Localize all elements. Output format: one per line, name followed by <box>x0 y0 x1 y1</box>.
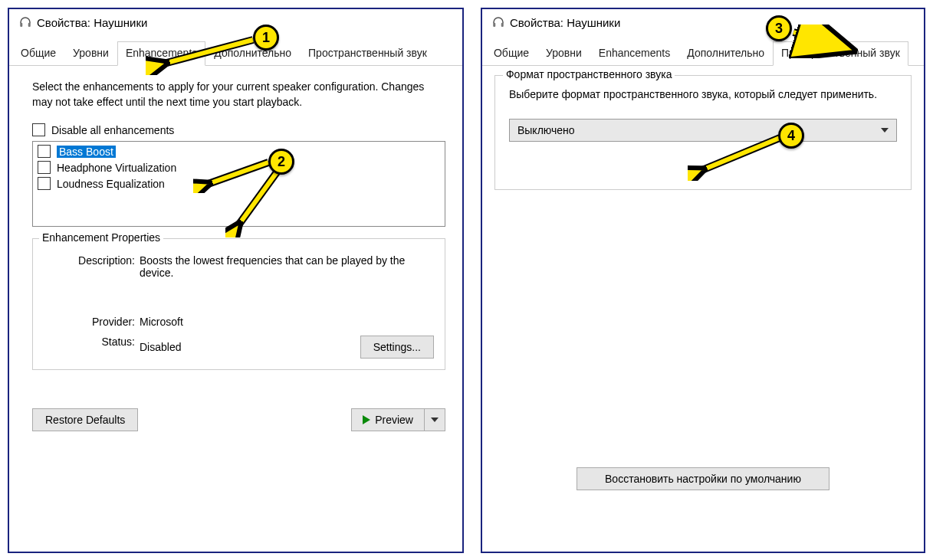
tab-spatial[interactable]: Пространственный звук <box>300 41 435 66</box>
annotation-marker-2: 2 <box>268 149 294 175</box>
window-title-right: Свойства: Наушники <box>510 16 620 29</box>
loudness-eq-checkbox[interactable] <box>38 177 51 190</box>
preview-label: Preview <box>375 414 413 426</box>
desc-label: Description: <box>44 254 140 279</box>
window-title-left: Свойства: Наушники <box>37 16 147 29</box>
chevron-down-icon <box>431 418 439 422</box>
tab-enhancements[interactable]: Enhancements <box>117 41 205 66</box>
tab-enhancements-r[interactable]: Enhancements <box>590 41 678 66</box>
preview-dropdown[interactable] <box>425 408 445 431</box>
desc-value: Boosts the lowest frequencies that can b… <box>140 254 434 279</box>
svg-rect-1 <box>28 23 31 27</box>
tab-levels-r[interactable]: Уровни <box>537 41 590 66</box>
disable-all-checkbox[interactable] <box>32 123 45 136</box>
enh-headphone-virtualization[interactable]: Headphone Virtualization <box>34 159 443 175</box>
dropdown-value: Выключено <box>517 124 575 136</box>
headphones-icon <box>491 15 505 29</box>
settings-button[interactable]: Settings... <box>360 336 434 359</box>
disable-all-label: Disable all enhancements <box>51 124 174 136</box>
tab-levels[interactable]: Уровни <box>64 41 117 66</box>
enhancements-description: Select the enhancements to apply for you… <box>32 80 445 110</box>
titlebar-left: Свойства: Наушники <box>9 9 462 37</box>
status-label: Status: <box>44 336 140 359</box>
annotation-marker-3: 3 <box>766 15 792 41</box>
window-spatial: Свойства: Наушники Общие Уровни Enhancem… <box>481 8 925 553</box>
props-legend: Enhancement Properties <box>39 231 163 244</box>
tabs-right: Общие Уровни Enhancements Дополнительно … <box>482 41 924 66</box>
provider-value: Microsoft <box>140 316 434 328</box>
spatial-format-dropdown[interactable]: Выключено <box>509 119 897 142</box>
disable-all-row[interactable]: Disable all enhancements <box>32 123 445 136</box>
status-value: Disabled <box>140 341 181 353</box>
enhancements-list: Bass Boost Headphone Virtualization Loud… <box>32 141 445 227</box>
content-left: Select the enhancements to apply for you… <box>9 66 462 445</box>
enh-label: Loudness Equalization <box>57 178 165 190</box>
tab-spatial-r[interactable]: Пространственный звук <box>773 41 908 66</box>
annotation-marker-4: 4 <box>778 123 804 149</box>
enhancement-properties: Enhancement Properties Description: Boos… <box>32 238 445 370</box>
svg-rect-2 <box>493 23 495 27</box>
preview-button[interactable]: Preview <box>351 408 425 431</box>
svg-rect-3 <box>501 23 504 27</box>
chevron-down-icon <box>881 128 889 133</box>
enh-bass-boost[interactable]: Bass Boost <box>34 143 443 159</box>
svg-rect-0 <box>20 23 22 27</box>
headphones-icon <box>18 15 32 29</box>
window-enhancements: Свойства: Наушники Общие Уровни Enhancem… <box>8 8 464 553</box>
spatial-group-legend: Формат пространственного звука <box>503 68 675 80</box>
enh-loudness-equalization[interactable]: Loudness Equalization <box>34 175 443 192</box>
restore-defaults-button[interactable]: Restore Defaults <box>32 408 138 431</box>
annotation-marker-1: 1 <box>253 25 279 51</box>
spatial-group: Формат пространственного звука Выберите … <box>494 75 912 190</box>
bass-boost-checkbox[interactable] <box>38 145 51 158</box>
titlebar-right: Свойства: Наушники <box>482 9 924 37</box>
enh-label: Headphone Virtualization <box>57 162 176 174</box>
tab-general-r[interactable]: Общие <box>485 41 537 66</box>
tab-advanced[interactable]: Дополнительно <box>205 41 300 66</box>
tabs-left: Общие Уровни Enhancements Дополнительно … <box>9 41 462 66</box>
hp-virt-checkbox[interactable] <box>38 161 51 174</box>
enh-label: Bass Boost <box>57 146 116 158</box>
tab-advanced-r[interactable]: Дополнительно <box>678 41 773 66</box>
tab-general[interactable]: Общие <box>12 41 64 66</box>
spatial-group-desc: Выберите формат пространственного звука,… <box>509 87 897 102</box>
restore-defaults-right-button[interactable]: Восстановить настройки по умолчанию <box>577 467 830 490</box>
play-icon <box>363 415 370 424</box>
provider-label: Provider: <box>44 316 140 328</box>
